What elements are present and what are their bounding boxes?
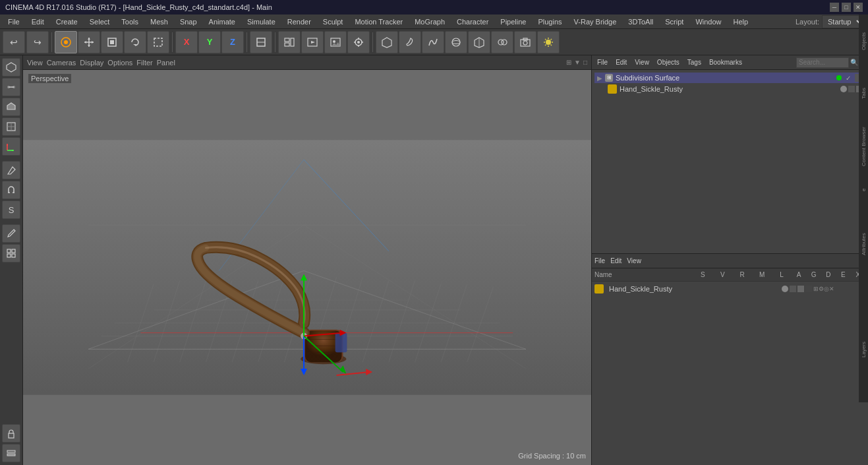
pencil-tool-btn[interactable] [468, 31, 490, 53]
z-axis-button[interactable]: Z [221, 31, 244, 53]
vtab-tabs[interactable]: Tabs [859, 67, 868, 120]
menu-select[interactable]: Select [84, 16, 115, 27]
world-space-button[interactable] [250, 31, 272, 53]
om-view-btn[interactable]: View [632, 58, 652, 67]
menu-pipeline[interactable]: Pipeline [495, 16, 531, 27]
menu-script[interactable]: Script [660, 16, 689, 27]
om-search-icon[interactable]: 🔍 [850, 59, 858, 66]
menu-create[interactable]: Create [51, 16, 83, 27]
rotate-tool-button[interactable] [124, 31, 146, 53]
object-row-subdiv[interactable]: ▶ ⊞ Subdivision Surface ✓ [594, 73, 865, 83]
light-tool-btn[interactable] [537, 31, 560, 53]
window-controls[interactable]: ─ □ ✕ [830, 3, 863, 12]
om-file-btn[interactable]: File [594, 58, 610, 67]
vtab-content-browser[interactable]: Content Browser [859, 120, 868, 173]
vtab-attributes[interactable]: Attributes [859, 191, 868, 297]
attr-view-btn[interactable]: View [627, 257, 641, 264]
attr-file-btn[interactable]: File [594, 257, 605, 264]
menu-help[interactable]: Help [728, 16, 754, 27]
attr-swatch-2[interactable] [797, 286, 804, 292]
undo-button[interactable]: ↩ [3, 31, 25, 53]
knife-tool-btn[interactable] [2, 161, 20, 179]
brush-tool-btn[interactable] [2, 224, 20, 243]
vp-nav-options[interactable]: Options [107, 59, 132, 67]
vp-nav-display[interactable]: Display [80, 59, 103, 67]
mesh-dot-1[interactable] [840, 86, 847, 92]
om-bookmarks-btn[interactable]: Bookmarks [707, 58, 745, 67]
attr-dot-1[interactable] [782, 286, 788, 292]
texture-mode-btn[interactable] [2, 117, 20, 136]
subdiv-dot-active[interactable] [836, 75, 842, 80]
attr-swatch-3[interactable] [805, 286, 812, 292]
menu-animate[interactable]: Animate [204, 16, 241, 27]
menu-vray[interactable]: V-Ray Bridge [569, 16, 622, 27]
layer-btn[interactable] [2, 444, 20, 462]
vp-expand-icon[interactable]: ⊞ [566, 59, 571, 66]
menu-plugins[interactable]: Plugins [533, 16, 567, 27]
points-mode-btn[interactable] [2, 58, 20, 77]
render-settings-button[interactable] [347, 31, 370, 53]
vp-nav-view[interactable]: View [27, 59, 43, 67]
subdiv-check[interactable]: ✓ [846, 75, 851, 82]
select-tool-button[interactable] [147, 31, 169, 53]
vtab-objects[interactable]: Objects [859, 15, 868, 67]
object-mode-btn[interactable] [376, 31, 398, 53]
vp-maximize-icon[interactable]: □ [583, 59, 587, 66]
menu-tools[interactable]: Tools [116, 16, 144, 27]
attr-row-mesh[interactable]: Hand_Sickle_Rusty ⊞⚙◎✕ [592, 282, 868, 296]
close-button[interactable]: ✕ [854, 3, 863, 12]
camera-tool-btn[interactable] [514, 31, 536, 53]
attr-edit-btn[interactable]: Edit [610, 257, 622, 264]
menu-mesh[interactable]: Mesh [145, 16, 173, 27]
curve-mode-btn[interactable] [422, 31, 444, 53]
menu-character[interactable]: Character [451, 16, 494, 27]
vp-down-icon[interactable]: ▼ [574, 59, 581, 66]
render-region-button[interactable] [278, 31, 301, 53]
render-active-button[interactable] [301, 31, 324, 53]
redo-button[interactable]: ↪ [26, 31, 49, 53]
vtab-layers[interactable]: Layers [859, 297, 868, 402]
vp-nav-filter[interactable]: Filter [136, 59, 152, 67]
snorkel-tool-btn[interactable]: S [2, 201, 20, 219]
om-tags-btn[interactable]: Tags [685, 58, 704, 67]
vp-nav-cameras[interactable]: Cameras [47, 59, 76, 67]
edge-mode-btn[interactable] [2, 78, 20, 96]
attr-swatch-1[interactable] [790, 286, 796, 292]
om-objects-btn[interactable]: Objects [654, 58, 682, 67]
smear-tool-btn[interactable] [491, 31, 513, 53]
grid-tool-btn[interactable] [2, 244, 20, 263]
minimize-button[interactable]: ─ [830, 3, 839, 12]
menu-window[interactable]: Window [690, 16, 726, 27]
menu-render[interactable]: Render [282, 16, 316, 27]
magnet-tool-btn[interactable] [2, 181, 20, 199]
object-row-mesh[interactable]: Hand_Sickle_Rusty [594, 83, 865, 95]
vp-nav-panel[interactable]: Panel [157, 59, 175, 67]
svg-line-46 [545, 44, 546, 46]
polygon-mode-btn[interactable] [2, 98, 20, 116]
om-edit-btn[interactable]: Edit [613, 58, 629, 67]
maximize-button[interactable]: □ [842, 3, 851, 12]
menu-3dtoall[interactable]: 3DToAll [623, 16, 658, 27]
menu-simulate[interactable]: Simulate [242, 16, 281, 27]
menu-snap[interactable]: Snap [175, 16, 202, 27]
render-to-picture-button[interactable] [324, 31, 347, 53]
axis-tool-btn[interactable] [2, 137, 20, 156]
y-axis-button[interactable]: Y [198, 31, 221, 53]
viewport-3d[interactable]: Perspective Grid Spacing : 10 cm X Y Z [23, 70, 591, 465]
object-manager-toolbar: File Edit View Objects Tags Bookmarks 🔍 … [592, 55, 868, 70]
menu-file[interactable]: File [3, 16, 25, 27]
menu-mograph[interactable]: MoGraph [409, 16, 450, 27]
brush-mode-btn[interactable] [399, 31, 421, 53]
x-axis-button[interactable]: X [175, 31, 198, 53]
move-tool-button[interactable] [78, 31, 100, 53]
mesh-swatch-1[interactable] [848, 86, 855, 92]
sphere-tool-btn[interactable] [445, 31, 467, 53]
menu-edit[interactable]: Edit [26, 16, 49, 27]
svg-marker-18 [311, 41, 315, 44]
menu-sculpt[interactable]: Sculpt [318, 16, 349, 27]
om-search-input[interactable] [796, 57, 849, 68]
scale-tool-button[interactable] [101, 31, 123, 53]
lock-icon[interactable] [2, 424, 20, 443]
menu-motion-tracker[interactable]: Motion Tracker [349, 16, 408, 27]
model-mode-button[interactable] [55, 31, 77, 53]
